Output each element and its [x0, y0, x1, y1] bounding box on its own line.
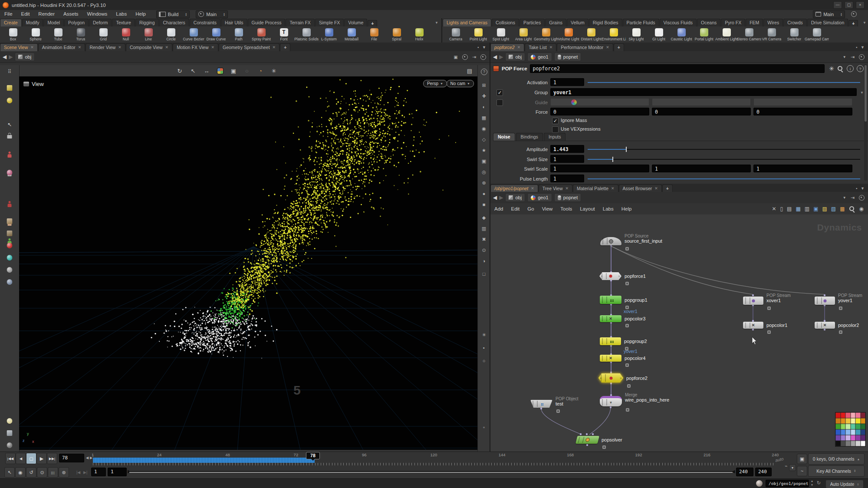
close-tab-icon[interactable]: ✕: [549, 45, 553, 49]
close-tab-icon[interactable]: ✕: [565, 186, 569, 191]
node-flags[interactable]: [817, 297, 822, 304]
back-icon[interactable]: ◀: [493, 54, 497, 60]
palette-color-swatch[interactable]: [845, 441, 851, 446]
lasso-select-icon[interactable]: ○: [243, 66, 251, 75]
network-menu-add[interactable]: Add: [490, 205, 507, 213]
key-all-channels-button[interactable]: Key All Channels⇕: [808, 465, 865, 477]
timeline-ruler[interactable]: 12448729612014416819221624078: [0, 452, 777, 466]
info-icon[interactable]: i: [847, 65, 854, 72]
shelf-tool-helix[interactable]: Helix: [408, 28, 431, 41]
shelf-tab-vellum[interactable]: Vellum: [567, 19, 589, 26]
back-icon[interactable]: ◀: [493, 195, 497, 201]
node-body[interactable]: ✕: [815, 322, 835, 329]
search-icon[interactable]: [837, 66, 844, 72]
node-color-palette[interactable]: [835, 412, 865, 446]
pin-pane-icon[interactable]: ⇥: [851, 54, 855, 60]
crate-dark-icon[interactable]: [7, 231, 13, 236]
guide-field-1[interactable]: [550, 98, 649, 106]
radial-menu-icon[interactable]: [480, 54, 486, 60]
shelf-tool-camera[interactable]: Camera: [444, 28, 467, 41]
activation-slider[interactable]: [588, 82, 860, 83]
list-view-icon[interactable]: ▥: [805, 206, 809, 212]
palette-color-swatch[interactable]: [841, 418, 846, 424]
shelf-tool-path[interactable]: Path: [227, 28, 250, 41]
palette-color-swatch[interactable]: [861, 412, 866, 418]
persp-view-button[interactable]: Persp▼: [423, 80, 447, 87]
palette-color-swatch[interactable]: [851, 441, 856, 446]
network-menu-edit[interactable]: Edit: [507, 205, 523, 213]
force-x-field[interactable]: 0: [550, 108, 649, 115]
close-tab-icon[interactable]: ✕: [654, 186, 658, 191]
path-spinner-icon[interactable]: ▲▼: [811, 479, 813, 487]
bbox-icon[interactable]: ■: [478, 202, 490, 207]
menu-assets[interactable]: Assets: [59, 10, 83, 18]
move-tool-icon[interactable]: ↔: [202, 66, 211, 75]
palette-color-swatch[interactable]: [851, 418, 856, 424]
display-options-icon[interactable]: ✳: [270, 66, 278, 75]
palette-color-swatch[interactable]: [861, 429, 866, 435]
node-xover1[interactable]: [743, 297, 763, 305]
palette-color-swatch[interactable]: [841, 441, 846, 446]
ball-slate-icon[interactable]: [7, 279, 13, 285]
shelf-tab-simple-fx[interactable]: Simple FX: [315, 19, 344, 26]
shelf-tool-environment-light[interactable]: Environment Light: [602, 28, 625, 41]
node-flags[interactable]: [602, 356, 607, 361]
palette-color-swatch[interactable]: [835, 441, 841, 446]
shelf-tab-create[interactable]: Create: [0, 19, 22, 26]
playback-range-slider[interactable]: [129, 471, 733, 473]
network-menu-view[interactable]: View: [538, 205, 557, 213]
dot-icon[interactable]: ▪: [478, 345, 490, 350]
camera-tool-icon[interactable]: [7, 430, 13, 436]
subtab-bindings[interactable]: Bindings: [516, 133, 543, 141]
right-desktop-selector[interactable]: Main ▲▼: [813, 10, 845, 18]
palette-color-swatch[interactable]: [861, 418, 866, 424]
network-menu-go[interactable]: Go: [523, 205, 538, 213]
guide-field-3[interactable]: [753, 98, 852, 106]
wireframe-icon[interactable]: ▦: [478, 115, 490, 121]
overview-icon[interactable]: ◉: [859, 206, 864, 212]
add-view-icon[interactable]: ✚: [478, 93, 490, 99]
node-flags[interactable]: [817, 323, 822, 328]
node-popcolor1[interactable]: ✕: [743, 322, 763, 329]
shelf-tool-circle[interactable]: Circle: [160, 28, 182, 41]
palette-color-swatch[interactable]: [845, 429, 851, 435]
keyframe-pointer-icon[interactable]: ↖: [4, 467, 15, 478]
shelf-add-tab[interactable]: +: [368, 20, 377, 26]
shelf-tab-pyro-fx[interactable]: Pyro FX: [721, 19, 745, 26]
node-popforce2[interactable]: «»: [598, 373, 623, 382]
palette-color-swatch[interactable]: [855, 424, 861, 429]
palette-color-swatch[interactable]: [861, 424, 866, 429]
flipbook-icon[interactable]: ◔: [256, 66, 265, 75]
network-menu-labs[interactable]: Labs: [599, 205, 618, 213]
shelf-tool-switcher[interactable]: Switcher: [783, 28, 806, 41]
hide-icon[interactable]: ✖: [478, 237, 490, 242]
node-flags[interactable]: [602, 297, 607, 303]
node-popcolor4[interactable]: ✕: [600, 355, 621, 362]
close-tab-icon[interactable]: ✕: [517, 45, 521, 49]
shelf-tool-gi-light[interactable]: GI Light: [648, 28, 670, 41]
ball-gray-icon[interactable]: [7, 267, 13, 273]
pane-layout-icon[interactable]: ▤: [465, 66, 474, 75]
palette-color-swatch[interactable]: [855, 429, 861, 435]
flash-icon[interactable]: ✳: [478, 332, 490, 338]
shelf-tab-hair-utils[interactable]: Hair Utils: [221, 19, 247, 26]
node-flags[interactable]: [602, 399, 607, 406]
shelf-tab-rigid-bodies[interactable]: Rigid Bodies: [589, 19, 622, 26]
radial-menu-icon[interactable]: [859, 195, 865, 201]
shelf-tab-oceans[interactable]: Oceans: [697, 19, 720, 26]
palette-color-swatch[interactable]: [845, 435, 851, 441]
network-box-icon[interactable]: ▩: [840, 206, 845, 212]
node-body[interactable]: [530, 400, 552, 408]
viewport-3d[interactable]: View Persp▼ No cam▼ 5 y z x: [19, 76, 477, 450]
maximize-pane-icon[interactable]: ▪: [477, 45, 479, 49]
character-crimson-icon[interactable]: [7, 201, 13, 208]
view-tool-icon[interactable]: ↻: [175, 66, 184, 75]
crate-icon[interactable]: [7, 218, 13, 224]
palette-color-swatch[interactable]: [841, 412, 846, 418]
pane-tab-scene-view[interactable]: Scene View✕: [0, 43, 38, 51]
shelf-overflow-icon[interactable]: ▼: [863, 21, 866, 25]
shelf-tab-guide-process[interactable]: Guide Process: [248, 19, 286, 26]
range-end-handle[interactable]: ◀: [732, 469, 735, 474]
help-icon[interactable]: ?: [481, 69, 487, 75]
pulse-length-field[interactable]: 1: [550, 175, 584, 182]
